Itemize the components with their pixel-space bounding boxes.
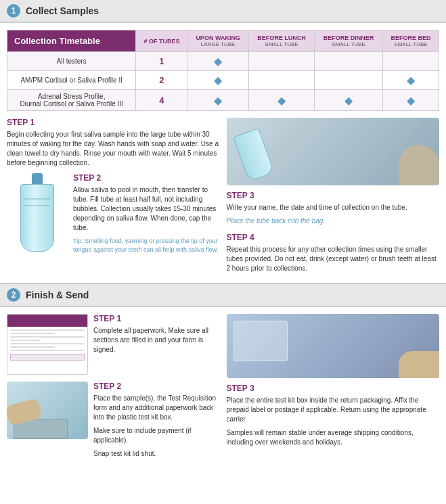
send-step2-image (7, 382, 88, 463)
col-num-tubes: # of Tubes (136, 30, 187, 52)
section1-content: Collection Timetable # of Tubes UPON WAK… (0, 23, 446, 277)
step2-title: STEP 2 (73, 173, 220, 183)
timetable-cell-lunch: ◆ (248, 90, 314, 111)
send-steps-row: Test Requisition (7, 314, 439, 463)
step4-section: STEP 4 Repeat this process for any other… (227, 233, 440, 273)
send-step2-text: STEP 2 Place the sample(s), the Test Req… (93, 382, 220, 463)
send-step2-row: STEP 2 Place the sample(s), the Test Req… (7, 382, 220, 463)
step2-image-container (7, 173, 68, 254)
step1-section: STEP 1 Begin collecting your first saliv… (7, 118, 220, 168)
timetable-title: Collection Timetable (7, 30, 136, 52)
section2-header: 2 Finish & Send (0, 284, 446, 307)
step3-image (227, 118, 440, 185)
send-right: STEP 3 Place the entire test kit box ins… (227, 314, 440, 463)
step2-text: Allow saliva to pool in mouth, then tran… (73, 185, 220, 233)
send-step3-section: STEP 3 Place the entire test kit box ins… (227, 384, 440, 447)
timetable-cell-bed (383, 52, 439, 71)
step3-italic: Place the tube back into the bag. (227, 216, 440, 226)
step2-tip: Tip: Smelling food, yawning or pressing … (73, 237, 220, 254)
collect-steps-area: STEP 1 Begin collecting your first saliv… (7, 118, 439, 277)
section1-title: Collect Samples (26, 5, 99, 16)
send-step3-body: Place the entire test kit box inside the… (227, 396, 440, 424)
timetable-wrapper: Collection Timetable # of Tubes UPON WAK… (7, 30, 439, 111)
section2-title: Finish & Send (26, 290, 89, 300)
timetable-cell-waking: ◆ (187, 71, 248, 90)
send-step1-title: STEP 1 (93, 314, 220, 323)
step3-text: Write your name, the date and time of co… (227, 203, 440, 212)
section2-content: Test Requisition (0, 307, 446, 469)
step3-section: STEP 3 Write your name, the date and tim… (227, 191, 440, 226)
step4-text: Repeat this process for any other collec… (227, 245, 440, 273)
step2-text-area: STEP 2 Allow saliva to pool in mouth, th… (73, 173, 220, 254)
timetable-cell-waking: ◆ (187, 52, 248, 71)
send-step2-body3: Snap test kit lid shut. (93, 449, 220, 459)
col-before-bed: BEFORE BED Small Tube (383, 30, 439, 52)
steps-left: STEP 1 Begin collecting your first saliv… (7, 118, 220, 277)
timetable-row-num: 1 (136, 52, 187, 71)
form-image: Test Requisition (7, 314, 88, 375)
col-before-lunch: BEFORE LUNCH Small Tube (248, 30, 314, 52)
timetable-cell-lunch (248, 52, 314, 71)
section1-number: 1 (7, 4, 20, 18)
step3-title: STEP 3 (227, 191, 440, 200)
form-label: Test Requisition (10, 319, 47, 323)
timetable-cell-bed: ◆ (383, 71, 439, 90)
col-upon-waking: UPON WAKING Large Tube (187, 30, 248, 52)
timetable-row-num: 4 (136, 90, 187, 111)
step1-title: STEP 1 (7, 118, 220, 127)
send-step3-body2: Samples will remain stable under average… (227, 428, 440, 447)
timetable-cell-dinner: ◆ (315, 90, 383, 111)
timetable-cell-dinner (315, 52, 383, 71)
section2-number: 2 (7, 288, 20, 302)
send-step2-body2: Make sure to include payment (if applica… (93, 426, 220, 445)
steps-right: STEP 3 Write your name, the date and tim… (227, 118, 440, 277)
send-left: Test Requisition (7, 314, 220, 463)
step1-text: Begin collecting your first saliva sampl… (7, 130, 220, 168)
send-step3-image (227, 314, 440, 378)
step4-title: STEP 4 (227, 233, 440, 242)
step2-section: STEP 2 Allow saliva to pool in mouth, th… (7, 173, 220, 254)
col-before-dinner: BEFORE DINNER Small Tube (315, 30, 383, 52)
send-step2-title: STEP 2 (93, 382, 220, 391)
send-step1-image: Test Requisition (7, 314, 88, 375)
timetable-cell-lunch (248, 71, 314, 90)
send-step1-row: Test Requisition (7, 314, 220, 375)
timetable-cell-bed: ◆ (383, 90, 439, 111)
timetable-cell-waking: ◆ (187, 90, 248, 111)
send-step2-body: Place the sample(s), the Test Requisitio… (93, 394, 220, 422)
section1-header: 1 Collect Samples (0, 0, 446, 23)
timetable-row-label: Adrenal Stress Profile, Diurnal Cortisol… (7, 90, 136, 111)
timetable-row-label: All testers (7, 52, 136, 71)
timetable-row-num: 2 (136, 71, 187, 90)
send-step3-title: STEP 3 (227, 384, 440, 393)
timetable-cell-dinner (315, 71, 383, 90)
send-step1-body: Complete all paperwork. Make sure all se… (93, 326, 220, 354)
timetable-row-label: AM/PM Cortisol or Saliva Profile II (7, 71, 136, 90)
send-step1-text: STEP 1 Complete all paperwork. Make sure… (93, 314, 220, 375)
collection-timetable: Collection Timetable # of Tubes UPON WAK… (7, 30, 439, 111)
